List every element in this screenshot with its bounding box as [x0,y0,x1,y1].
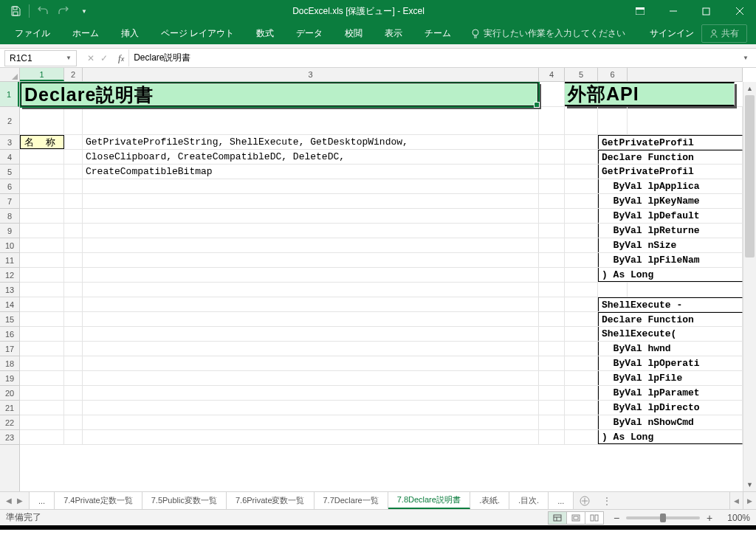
cell[interactable]: ByVal lpOperati [598,356,743,370]
cell[interactable]: ByVal lpApplica [598,179,743,193]
cell[interactable] [83,386,539,400]
cell[interactable]: ) As Long [598,430,743,444]
col-header[interactable]: 6 [598,68,628,81]
tab-file[interactable]: ファイル [4,23,61,44]
row-header[interactable]: 1 [0,82,19,107]
cell[interactable] [565,415,598,429]
zoom-slider[interactable] [626,516,700,519]
cell[interactable] [64,342,83,356]
signin-link[interactable]: サインイン [650,27,694,40]
row-header[interactable]: 3 [0,135,19,150]
row-header[interactable]: 8 [0,209,19,224]
cell[interactable] [565,312,598,326]
row-header[interactable]: 4 [0,150,19,165]
cell[interactable] [20,327,64,341]
tab-data[interactable]: データ [286,23,333,44]
cell[interactable] [64,268,83,282]
cell[interactable]: GetPrivateProfileString, ShellExecute, G… [83,135,539,149]
tab-home[interactable]: ホーム [62,23,109,44]
col-header[interactable]: 2 [64,68,83,81]
cell[interactable] [83,238,539,252]
cell[interactable] [64,224,83,238]
cell[interactable] [539,356,565,370]
row-header[interactable]: 14 [0,297,19,312]
cell[interactable] [20,179,64,193]
cell[interactable]: GetPrivateProfil [598,165,743,179]
cell[interactable] [565,386,598,400]
tab-formulas[interactable]: 数式 [246,23,284,44]
cell[interactable] [20,165,64,179]
cell[interactable] [539,415,565,429]
col-header[interactable]: 3 [83,68,539,81]
cell[interactable] [539,179,565,193]
col-header[interactable]: 5 [565,68,598,81]
maximize-button[interactable] [690,0,723,22]
cell[interactable] [598,107,628,134]
cell[interactable] [20,224,64,238]
select-all-corner[interactable] [0,68,20,82]
cell[interactable] [83,297,539,311]
cell[interactable] [64,238,83,252]
view-page-break-button[interactable] [585,511,604,525]
row-header[interactable]: 16 [0,327,19,342]
cell[interactable] [20,342,64,356]
cell[interactable]: Declare Function [598,150,743,164]
cell[interactable] [83,356,539,370]
cell[interactable] [83,179,539,193]
cell[interactable] [565,238,598,252]
cell[interactable] [20,194,64,208]
cell-label-name[interactable]: 名 称 [20,135,64,149]
minimize-button[interactable] [656,0,690,22]
cell[interactable]: ByVal hwnd [598,342,743,356]
sheet-tab[interactable]: .目次. [509,492,549,509]
cell[interactable] [64,415,83,429]
cell[interactable]: ByVal lpDirecto [598,401,743,415]
tell-me-input[interactable]: 実行したい作業を入力してください [463,23,633,44]
cell[interactable] [20,253,64,267]
cell[interactable]: ByVal lpReturne [598,224,743,238]
cell[interactable] [20,209,64,223]
cell[interactable] [539,371,565,385]
row-header[interactable]: 13 [0,283,19,297]
zoom-in-button[interactable]: + [704,512,715,524]
row-header[interactable]: 19 [0,371,19,386]
tab-team[interactable]: チーム [414,23,461,44]
cell[interactable] [539,238,565,252]
cell[interactable] [64,430,83,444]
cell[interactable]: Declare Function [598,312,743,326]
cell[interactable] [539,135,565,149]
cell[interactable] [64,327,83,341]
cell[interactable] [20,150,64,164]
sheet-tab[interactable]: 7.6Private変数一覧 [227,492,315,509]
cell[interactable] [64,209,83,223]
cell[interactable]: ShellExecute - [598,297,743,311]
sheet-nav-next-icon[interactable]: ▶ [16,497,24,505]
col-header[interactable]: 1 [20,68,64,81]
row-header[interactable]: 18 [0,356,19,371]
cell[interactable] [539,253,565,267]
cell[interactable] [565,268,598,282]
chevron-down-icon[interactable]: ▼ [66,55,72,61]
cell[interactable] [539,194,565,208]
formula-expand-icon[interactable]: ▼ [740,55,752,61]
cell[interactable]: ByVal nSize [598,238,743,252]
enter-formula-icon[interactable]: ✓ [100,53,108,63]
cell[interactable] [565,356,598,370]
sheet-tab[interactable]: 7.4Private定数一覧 [55,492,142,509]
cell[interactable] [20,312,64,326]
cell[interactable] [20,356,64,370]
cell[interactable] [83,224,539,238]
cell[interactable] [20,238,64,252]
row-header[interactable]: 2 [0,107,19,135]
cell[interactable] [20,415,64,429]
cell[interactable]: ByVal lpDefault [598,209,743,223]
cell[interactable] [565,209,598,223]
cell[interactable] [83,371,539,385]
hscroll-right-icon[interactable]: ▶ [743,492,756,509]
view-page-layout-button[interactable] [566,511,585,525]
cell[interactable] [64,179,83,193]
row-header[interactable]: 9 [0,224,19,238]
row-header[interactable]: 15 [0,312,19,327]
row-header[interactable]: 17 [0,342,19,356]
row-header[interactable]: 21 [0,401,19,415]
